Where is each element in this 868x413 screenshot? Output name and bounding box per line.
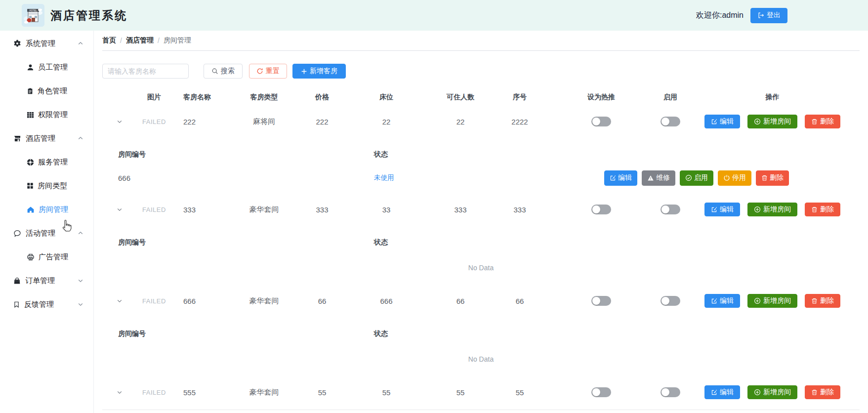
- room-capacity-cell: 66: [428, 297, 493, 305]
- expand-row-button[interactable]: [117, 119, 123, 124]
- sidebar-item-order[interactable]: 订单管理: [0, 269, 93, 292]
- chevron-up-icon: [78, 135, 83, 141]
- toolbar: 搜索 重置 新增客房: [102, 64, 860, 79]
- sub-column-status: 状态: [374, 238, 860, 247]
- reset-button[interactable]: 重置: [249, 64, 287, 79]
- add-sub-room-button[interactable]: 新增房间: [747, 115, 797, 128]
- room-name-search-input[interactable]: [102, 64, 189, 79]
- room-price-cell: 333: [300, 206, 344, 214]
- app-window: HOTEL 酒店管理系统 欢迎你:admin 登出: [0, 0, 868, 413]
- sidebar-item-hotel[interactable]: 酒店管理: [0, 126, 93, 150]
- sub-column-room-number: 房间编号: [102, 238, 374, 247]
- room-capacity-cell: 22: [428, 118, 493, 126]
- sidebar-item-label: 订单管理: [25, 276, 55, 286]
- plus-circle-icon: [754, 297, 761, 304]
- column-header-price: 价格: [300, 93, 344, 102]
- sidebar-item-staff[interactable]: 员工管理: [0, 55, 93, 79]
- table-header-row: 图片 客房名称 客房类型 价格 床位 可住人数 序号 设为热推 启用 操作: [102, 90, 860, 104]
- edit-icon: [711, 389, 717, 396]
- sub-edit-button[interactable]: 编辑: [604, 170, 637, 186]
- sidebar-item-role[interactable]: 角色管理: [0, 79, 93, 103]
- enabled-toggle[interactable]: [661, 117, 680, 126]
- add-sub-room-button[interactable]: 新增房间: [747, 203, 797, 216]
- expand-row-button[interactable]: [117, 389, 123, 395]
- logout-button[interactable]: 登出: [750, 8, 787, 23]
- edit-room-button[interactable]: 编辑: [704, 385, 740, 399]
- expand-row-button[interactable]: [117, 298, 123, 304]
- edit-room-button[interactable]: 编辑: [704, 203, 740, 216]
- breadcrumb-home[interactable]: 首页: [102, 36, 116, 45]
- delete-room-button[interactable]: 删除: [805, 203, 840, 216]
- breadcrumb-separator: /: [158, 37, 160, 44]
- main-content: 首页 / 酒店管理 / 房间管理 搜索: [94, 31, 868, 413]
- sub-table-header: 房间编号 状态: [102, 318, 860, 343]
- column-header-image: 图片: [137, 93, 171, 102]
- sidebar-item-label: 房间管理: [39, 205, 68, 214]
- edit-room-button[interactable]: 编辑: [704, 115, 740, 128]
- sidebar-item-ad[interactable]: 广告管理: [0, 245, 93, 269]
- hotel-logo: HOTEL: [22, 4, 44, 27]
- sidebar-item-activity[interactable]: 活动管理: [0, 221, 93, 245]
- sidebar-item-service[interactable]: 服务管理: [0, 150, 93, 174]
- search-button[interactable]: 搜索: [204, 64, 243, 79]
- rooms-table: 图片 客房名称 客房类型 价格 床位 可住人数 序号 设为热推 启用 操作 FA…: [102, 90, 860, 410]
- search-label: 搜索: [221, 67, 235, 76]
- sidebar-item-label: 系统管理: [26, 39, 55, 48]
- hot-recommend-toggle[interactable]: [591, 387, 611, 397]
- sub-enable-button[interactable]: 启用: [680, 170, 713, 186]
- sidebar-item-system[interactable]: 系统管理: [0, 32, 93, 55]
- enabled-toggle[interactable]: [661, 387, 680, 397]
- delete-room-button[interactable]: 删除: [805, 115, 840, 128]
- sidebar-item-permission[interactable]: 权限管理: [0, 103, 93, 126]
- breadcrumb-hotel-management[interactable]: 酒店管理: [126, 36, 154, 45]
- enabled-toggle[interactable]: [661, 296, 680, 306]
- chevron-up-icon: [78, 41, 83, 46]
- room-name-cell: 333: [171, 206, 228, 214]
- delete-room-button[interactable]: 删除: [805, 385, 840, 399]
- plus-circle-icon: [754, 206, 761, 213]
- room-image-failed: FAILED: [142, 389, 166, 396]
- column-header-actions: 操作: [685, 93, 860, 102]
- table-row: FAILED 555 豪华套间 55 55 55 55 编辑 新增房间 删除: [102, 375, 860, 410]
- add-sub-room-button[interactable]: 新增房间: [747, 294, 797, 308]
- sub-table-header: 房间编号 状态: [102, 139, 860, 164]
- room-name-cell: 555: [171, 388, 228, 397]
- room-type-cell: 豪华套间: [228, 388, 300, 397]
- add-sub-room-button[interactable]: 新增房间: [747, 385, 797, 399]
- sidebar-item-label: 酒店管理: [26, 134, 55, 143]
- hot-recommend-toggle[interactable]: [591, 117, 611, 126]
- edit-icon: [711, 206, 717, 213]
- enabled-toggle[interactable]: [661, 205, 680, 214]
- sub-table-header: 房间编号 状态: [102, 227, 860, 251]
- hot-recommend-toggle[interactable]: [591, 205, 611, 214]
- column-header-enabled: 启用: [656, 93, 685, 102]
- sidebar-item-feedback[interactable]: 反馈管理: [0, 292, 93, 316]
- sub-disable-button[interactable]: 停用: [718, 170, 751, 186]
- breadcrumb-room-management: 房间管理: [164, 36, 191, 45]
- hot-recommend-toggle[interactable]: [591, 296, 611, 306]
- gear-icon: [13, 40, 21, 47]
- column-header-beds: 床位: [344, 93, 428, 102]
- sidebar-item-room-type[interactable]: 房间类型: [0, 174, 93, 198]
- sub-repair-button[interactable]: 维修: [642, 170, 675, 186]
- add-room-button[interactable]: 新增客房: [292, 64, 346, 79]
- role-badge-icon: [27, 87, 34, 95]
- expand-row-button[interactable]: [117, 206, 123, 212]
- sub-table-row: 666 未使用 编辑 维修 启用 停用 删除: [102, 164, 860, 192]
- grid-icon: [27, 111, 34, 119]
- sidebar-item-label: 角色管理: [38, 86, 67, 96]
- sidebar-item-label: 权限管理: [38, 110, 68, 120]
- sub-column-status: 状态: [374, 150, 860, 159]
- room-price-cell: 222: [300, 118, 344, 126]
- edit-room-button[interactable]: 编辑: [704, 294, 740, 308]
- column-header-seq: 序号: [493, 93, 547, 102]
- check-circle-icon: [685, 174, 692, 181]
- app-title: 酒店管理系统: [50, 8, 127, 23]
- room-beds-cell: 55: [344, 388, 428, 397]
- delete-room-button[interactable]: 删除: [805, 294, 840, 308]
- house-icon: [27, 206, 35, 213]
- sub-delete-button[interactable]: 删除: [756, 170, 789, 186]
- sidebar-item-room[interactable]: 房间管理: [0, 198, 93, 221]
- room-beds-cell: 22: [344, 118, 428, 126]
- room-price-cell: 55: [300, 388, 344, 397]
